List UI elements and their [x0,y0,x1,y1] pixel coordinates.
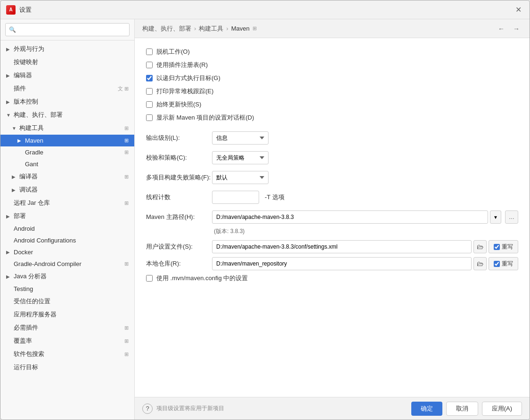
user-settings-rewrite-button[interactable]: 重写 [489,240,518,253]
local-repo-input[interactable] [212,257,472,270]
sidebar-item-keymap[interactable]: 按键映射 [0,56,134,69]
expand-icon: ▶ [6,73,12,78]
header-nav: ← → [496,23,522,34]
checkbox-recursive-input[interactable] [146,75,153,81]
sidebar-item-label: 按键映射 [14,58,38,66]
sidebar-item-build-tools[interactable]: ▼ 构建工具 ⊞ [0,121,134,135]
cancel-button[interactable]: 取消 [446,402,478,416]
field-check-policy-control: 无全局策略 忽略 失败 [212,151,518,164]
sidebar-item-testing[interactable]: Testing [0,283,134,295]
nav-back-button[interactable]: ← [496,23,507,34]
apply-button[interactable]: 应用(A) [482,402,522,416]
sidebar-item-gant[interactable]: Gant [0,158,134,170]
maven-home-browse-button[interactable]: … [505,210,518,224]
sidebar-item-label: 远程 Jar 仓库 [14,199,50,207]
ok-button[interactable]: 确定 [411,402,442,416]
sidebar-item-docker[interactable]: ▶ Docker [0,246,134,258]
sidebar-item-editor[interactable]: ▶ 编辑器 [0,69,134,82]
breadcrumb: 构建、执行、部署 › 构建工具 › Maven ⊞ [142,24,257,33]
sidebar-item-label: 受信任的位置 [14,297,50,306]
sidebar-item-gradle[interactable]: Gradle ⊞ [0,146,134,158]
checkbox-offline-input[interactable] [146,48,153,55]
checkbox-always-update: 始终更新快照(S) [146,100,518,109]
checkbox-plugin-registry-label[interactable]: 使用插件注册表(R) [156,61,208,69]
remote-jar-icon: ⊞ [124,200,129,206]
search-box: 🔍 [0,19,134,40]
expand-icon: ▼ [6,113,12,118]
checkbox-show-dialog-label[interactable]: 显示新 Maven 项目的设置对话框(D) [156,113,254,122]
sidebar-item-coverage[interactable]: 覆盖率 ⊞ [0,334,134,347]
titlebar: A 设置 ✕ [0,0,530,19]
checkbox-print-stack-label[interactable]: 打印异常堆栈跟踪(E) [156,87,213,96]
local-repo-rewrite-button[interactable]: 重写 [489,257,518,270]
checkbox-recursive-label[interactable]: 以递归方式执行目标(G) [156,74,220,82]
sidebar: 🔍 ▶ 外观与行为 按键映射 ▶ 编辑器 [0,19,135,420]
sidebar-item-label: Android [14,225,35,232]
sidebar-item-label: 运行目标 [14,363,38,372]
sidebar-item-vcs[interactable]: ▶ 版本控制 [0,95,134,108]
user-settings-browse-button[interactable]: 🗁 [473,240,487,253]
checkbox-always-update-input[interactable] [146,101,153,108]
sidebar-item-plugins[interactable]: 插件 文 ⊞ [0,82,134,95]
breadcrumb-current: Maven [231,25,250,32]
breadcrumb-settings-icon: ⊞ [253,25,257,32]
sidebar-item-app-server[interactable]: 应用程序服务器 [0,308,134,321]
maven-home-dropdown[interactable]: ▼ [490,210,501,224]
checkbox-show-dialog-input[interactable] [146,114,153,121]
maven-home-input[interactable] [212,210,488,224]
sidebar-item-label: 应用程序服务器 [14,310,57,319]
sidebar-item-remote-jar[interactable]: 远程 Jar 仓库 ⊞ [0,196,134,210]
expand-icon: ▶ [6,47,12,52]
sidebar-item-label: 软件包搜索 [14,350,44,358]
checkbox-recursive: 以递归方式执行目标(G) [146,74,518,82]
sidebar-item-appearance[interactable]: ▶ 外观与行为 [0,42,134,56]
check-policy-select[interactable]: 无全局策略 忽略 失败 [212,151,269,164]
local-repo-rewrite-label: 重写 [502,260,513,268]
sidebar-item-debugger[interactable]: ▶ 调试器 [0,183,134,196]
sidebar-item-label: 外观与行为 [14,45,44,53]
checkbox-print-stack-input[interactable] [146,88,153,95]
local-repo-browse-button[interactable]: 🗁 [473,257,487,270]
sidebar-item-maven[interactable]: ▶ Maven ⊞ [0,135,134,146]
checkbox-plugin-registry: 使用插件注册表(R) [146,61,518,69]
settings-window: A 设置 ✕ 🔍 ▶ 外观与行为 按键映 [0,0,530,420]
field-output-level-control: 信息 调试 警告 错误 [212,131,518,145]
sidebar-item-gradle-android[interactable]: Gradle-Android Compiler ⊞ [0,258,134,270]
checkbox-mvn-config-label[interactable]: 使用 .mvn/maven.config 中的设置 [156,274,248,283]
sidebar-item-android[interactable]: Android [0,223,134,234]
checkbox-plugin-registry-input[interactable] [146,62,153,68]
sidebar-item-java-analyzer[interactable]: ▶ Java 分析器 [0,270,134,283]
user-settings-rewrite-checkbox[interactable] [494,244,500,250]
user-settings-input[interactable] [212,240,472,253]
sidebar-item-android-config[interactable]: Android Configurations [0,234,134,246]
sidebar-item-package-search[interactable]: 软件包搜索 ⊞ [0,347,134,361]
checkbox-always-update-label[interactable]: 始终更新快照(S) [156,100,201,109]
sidebar-item-trusted[interactable]: 受信任的位置 [0,295,134,308]
sidebar-item-label: 覆盖率 [14,337,32,345]
sidebar-item-compiler[interactable]: ▶ 编译器 ⊞ [0,170,134,183]
sidebar-item-required-plugins[interactable]: 必需插件 ⊞ [0,321,134,334]
build-tools-icon: ⊞ [124,125,129,131]
thread-count-input[interactable] [212,191,259,204]
sidebar-item-label: 必需插件 [14,323,38,332]
thread-row: 线程计数 -T 选项 [146,191,518,204]
sidebar-item-deploy[interactable]: ▶ 部署 [0,210,134,223]
local-repo-rewrite-checkbox[interactable] [494,261,500,267]
search-input[interactable] [5,23,130,36]
maven-home-label: Maven 主路径(H): [146,213,212,221]
sidebar-item-build[interactable]: ▼ 构建、执行、部署 [0,108,134,121]
help-button[interactable]: ? [142,404,153,414]
checkbox-mvn-config-input[interactable] [146,275,153,282]
expand-icon: ▶ [6,214,12,219]
sidebar-item-label: 部署 [14,212,26,220]
output-level-select[interactable]: 信息 调试 警告 错误 [212,131,269,145]
sidebar-item-run-target[interactable]: 运行目标 [0,361,134,374]
multiproject-fail-select[interactable]: 默认 在结束时 从不 [212,171,269,184]
content-body: 脱机工作(O) 使用插件注册表(R) 以递归方式执行目标(G) 打印异常堆栈跟踪… [135,38,530,397]
expand-icon: ▶ [6,99,12,105]
checkbox-offline-label[interactable]: 脱机工作(O) [156,48,190,56]
user-settings-rewrite-label: 重写 [502,243,513,251]
nav-forward-button[interactable]: → [511,23,522,34]
expand-icon: ▼ [12,126,17,131]
close-button[interactable]: ✕ [513,4,524,16]
